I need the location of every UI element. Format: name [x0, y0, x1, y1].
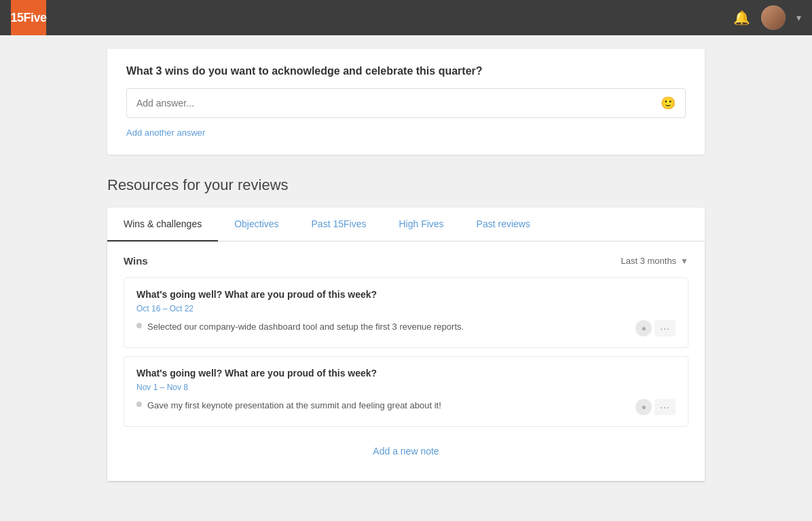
reaction-icon: ●: [642, 402, 646, 412]
emoji-icon[interactable]: 🙂: [661, 96, 676, 111]
question-text: What 3 wins do you want to acknowledge a…: [126, 65, 686, 77]
tab-wins-challenges[interactable]: Wins & challenges: [107, 208, 218, 242]
tabs-container: Wins & challenges Objectives Past 15Five…: [107, 208, 705, 481]
more-options-button[interactable]: ···: [654, 399, 676, 415]
win-text: Selected our company-wide dashboard tool…: [147, 320, 464, 334]
answer-input-wrapper: 🙂: [126, 88, 686, 118]
win-answer: Selected our company-wide dashboard tool…: [136, 320, 635, 334]
win-question: What's going well? What are you proud of…: [136, 289, 676, 300]
win-answer-row: Selected our company-wide dashboard tool…: [136, 320, 676, 336]
tab-past-reviews[interactable]: Past reviews: [460, 208, 547, 242]
wins-header: Wins Last 3 months ▼: [124, 255, 688, 267]
logo-text: 15Five: [10, 11, 46, 25]
reaction-icon: ●: [642, 324, 646, 333]
filter-dropdown[interactable]: Last 3 months ▼: [621, 256, 688, 266]
reaction-button[interactable]: ●: [635, 320, 652, 336]
wins-label: Wins: [124, 255, 148, 267]
reaction-button[interactable]: ●: [635, 399, 652, 415]
main-content: What 3 wins do you want to acknowledge a…: [0, 35, 812, 521]
question-card: What 3 wins do you want to acknowledge a…: [107, 49, 705, 155]
chevron-down-icon[interactable]: ▾: [796, 12, 801, 23]
answer-input[interactable]: [136, 98, 661, 109]
logo-box: 15Five: [11, 0, 46, 35]
more-options-button[interactable]: ···: [654, 320, 676, 336]
tabs-bar: Wins & challenges Objectives Past 15Five…: [107, 208, 705, 242]
resources-section-title: Resources for your reviews: [107, 176, 705, 194]
win-date: Nov 1 – Nov 8: [136, 383, 676, 392]
bullet-dot: [136, 323, 142, 328]
tab-high-fives[interactable]: High Fives: [382, 208, 460, 242]
win-card: What's going well? What are you proud of…: [124, 277, 688, 348]
center-column: What 3 wins do you want to acknowledge a…: [94, 49, 718, 481]
tab-past-15fives[interactable]: Past 15Fives: [295, 208, 383, 242]
filter-label: Last 3 months: [621, 256, 676, 266]
add-another-answer-link[interactable]: Add another answer: [126, 128, 205, 138]
nav-right: 🔔 ▾: [733, 5, 801, 30]
bullet-dot: [136, 402, 142, 407]
wins-scroll-area: What's going well? What are you proud of…: [124, 277, 688, 435]
filter-chevron-icon: ▼: [680, 256, 688, 266]
avatar-image: [761, 5, 786, 30]
win-date: Oct 16 – Oct 22: [136, 304, 676, 313]
bell-icon[interactable]: 🔔: [733, 9, 750, 26]
topnav: 15Five 🔔 ▾: [0, 0, 812, 35]
logo: 15Five: [11, 0, 46, 35]
tab-objectives[interactable]: Objectives: [218, 208, 295, 242]
tab-content-wins: Wins Last 3 months ▼ What's going well? …: [107, 242, 705, 481]
win-question: What's going well? What are you proud of…: [136, 368, 676, 379]
win-actions: ● ···: [635, 399, 676, 415]
add-new-note-link[interactable]: Add a new note: [124, 435, 688, 467]
win-card: What's going well? What are you proud of…: [124, 356, 688, 427]
win-text: Gave my first keynote presentation at th…: [147, 399, 441, 412]
win-answer: Gave my first keynote presentation at th…: [136, 399, 635, 412]
win-answer-row: Gave my first keynote presentation at th…: [136, 399, 676, 415]
win-actions: ● ···: [635, 320, 676, 336]
avatar[interactable]: [761, 5, 786, 30]
